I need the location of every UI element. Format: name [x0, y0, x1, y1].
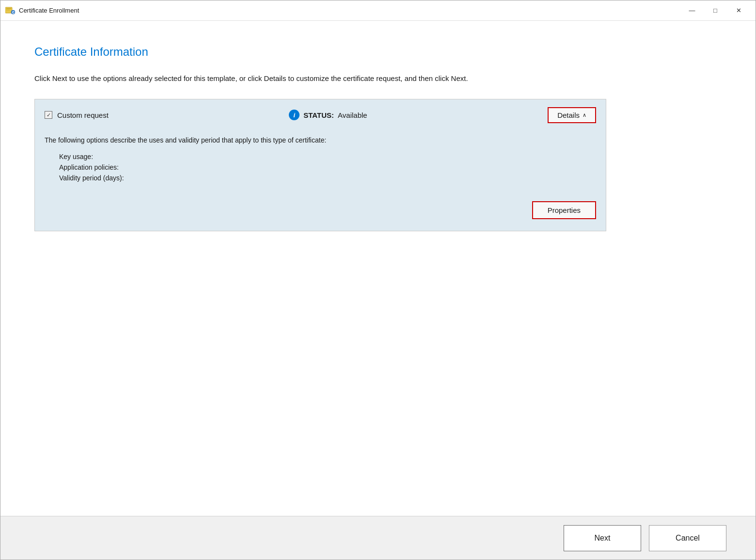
properties-button[interactable]: Properties: [532, 201, 596, 219]
cert-card: Custom request i STATUS: Available Detai…: [34, 99, 606, 232]
details-label: Details: [557, 111, 580, 119]
svg-rect-1: [6, 8, 11, 9]
status-label: STATUS:: [303, 111, 334, 119]
validity-period-field: Validity period (days):: [59, 174, 596, 182]
title-bar-title: Certificate Enrollment: [19, 7, 79, 14]
svg-text:C: C: [12, 11, 15, 14]
cert-name: Custom request: [57, 111, 109, 119]
cert-fields: Key usage: Application policies: Validit…: [59, 153, 596, 182]
content-area: Certificate Information Click Next to us…: [0, 21, 756, 516]
cert-card-footer: Properties: [35, 192, 606, 231]
app-policies-field: Application policies:: [59, 163, 596, 171]
close-button[interactable]: ✕: [727, 3, 750, 18]
chevron-up-icon: ∧: [583, 112, 586, 118]
action-bar: Next Cancel: [0, 516, 756, 560]
status-value: Available: [338, 111, 367, 119]
info-icon: i: [289, 110, 299, 120]
title-bar: C Certificate Enrollment — □ ✕: [0, 0, 756, 21]
details-button[interactable]: Details ∧: [548, 107, 596, 123]
description-text: Click Next to use the options already se…: [34, 73, 567, 84]
cert-card-header-left: Custom request: [45, 111, 109, 119]
custom-request-checkbox[interactable]: [45, 111, 52, 119]
svg-rect-2: [6, 10, 10, 10]
page-heading: Certificate Information: [34, 45, 722, 59]
certificate-icon: C: [5, 6, 15, 15]
cert-card-body: The following options describe the uses …: [35, 131, 606, 192]
minimize-button[interactable]: —: [681, 3, 703, 18]
title-bar-left: C Certificate Enrollment: [5, 6, 79, 15]
cancel-button[interactable]: Cancel: [649, 525, 726, 551]
window: C Certificate Enrollment — □ ✕ Certifica…: [0, 0, 756, 560]
status-section: i STATUS: Available: [289, 110, 367, 120]
cert-body-description: The following options describe the uses …: [45, 136, 596, 145]
cert-card-header: Custom request i STATUS: Available Detai…: [35, 99, 606, 131]
next-button[interactable]: Next: [564, 525, 641, 551]
key-usage-field: Key usage:: [59, 153, 596, 160]
title-bar-controls: — □ ✕: [681, 3, 750, 18]
maximize-button[interactable]: □: [704, 3, 726, 18]
